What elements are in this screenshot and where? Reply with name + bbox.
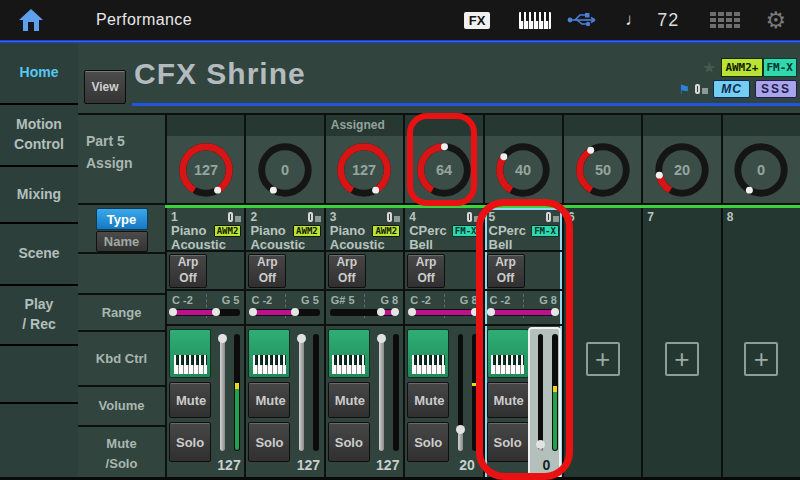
solo-button[interactable]: Solo bbox=[487, 422, 529, 462]
part-column-5[interactable]: 5 CPerc FM-X Bell Arp Off C -2 G 8 Mute bbox=[485, 208, 564, 480]
part-number: 7 bbox=[647, 210, 654, 224]
level-meter bbox=[472, 334, 478, 451]
kbd-ctrl-button[interactable] bbox=[407, 329, 449, 378]
part-column-8[interactable]: 8 + bbox=[723, 208, 800, 480]
volume-fader[interactable] bbox=[299, 334, 304, 451]
range-slider[interactable] bbox=[409, 309, 478, 316]
arp-off-button[interactable]: Arp Off bbox=[487, 254, 525, 288]
sidebar-item-scene[interactable]: Scene bbox=[0, 224, 78, 286]
kbd-ctrl-button[interactable] bbox=[487, 329, 529, 378]
fader-handle[interactable] bbox=[218, 334, 227, 343]
sidebar-item-motion-control[interactable]: Motion Control bbox=[0, 105, 78, 167]
settings-gear-icon[interactable]: ⚙ bbox=[765, 9, 786, 32]
range-slider[interactable] bbox=[489, 309, 558, 316]
volume-fader[interactable] bbox=[538, 334, 543, 451]
arp-off-button[interactable]: Arp Off bbox=[169, 254, 207, 288]
volume-fader[interactable] bbox=[458, 334, 463, 451]
assign-knob-7[interactable]: 20 bbox=[643, 136, 720, 203]
range-low-handle[interactable] bbox=[487, 308, 495, 316]
range-low-handle[interactable] bbox=[377, 308, 385, 316]
note-range-cell[interactable]: C -2 G 5 bbox=[167, 291, 244, 326]
mute-button[interactable]: Mute bbox=[328, 382, 370, 418]
range-low-handle[interactable] bbox=[249, 308, 257, 316]
fader-handle[interactable] bbox=[536, 440, 545, 449]
part-column-1[interactable]: 1 Piano AWM2 Acoustic Arp Off C -2 G 5 M… bbox=[167, 208, 246, 480]
favorite-star-icon[interactable]: ★ bbox=[702, 60, 716, 76]
range-low-handle[interactable] bbox=[408, 308, 416, 316]
part-header[interactable]: 8 bbox=[723, 208, 800, 252]
mute-button[interactable]: Mute bbox=[487, 382, 529, 418]
add-part-button[interactable]: + bbox=[665, 342, 699, 376]
kbd-ctrl-row-label: Kbd Ctrl bbox=[78, 332, 165, 387]
range-high-handle[interactable] bbox=[551, 308, 559, 316]
keyboard-icon[interactable] bbox=[519, 12, 551, 29]
note-range-cell[interactable]: C -2 G 5 bbox=[246, 291, 323, 326]
part-header[interactable]: 2 Piano AWM2 Acoustic bbox=[246, 208, 323, 252]
volume-fader[interactable] bbox=[220, 334, 225, 451]
fader-handle[interactable] bbox=[377, 334, 386, 343]
assign-knob-3[interactable]: 127 bbox=[326, 136, 403, 203]
view-button[interactable]: View bbox=[84, 70, 126, 104]
range-slider[interactable] bbox=[171, 309, 240, 316]
note-range-cell[interactable]: G# 5 G 8 bbox=[326, 291, 403, 326]
assign-row-label: Part 5 Assign bbox=[78, 115, 165, 203]
range-high-handle[interactable] bbox=[471, 308, 479, 316]
range-high-handle[interactable] bbox=[391, 308, 399, 316]
add-part-button[interactable]: + bbox=[586, 342, 620, 376]
arp-off-button[interactable]: Arp Off bbox=[407, 254, 445, 288]
part-header[interactable]: 3 Piano AWM2 Acoustic bbox=[326, 208, 403, 252]
utility-grid-icon[interactable] bbox=[710, 12, 740, 28]
sidebar-item-home[interactable]: Home bbox=[0, 43, 78, 105]
kbd-ctrl-button[interactable] bbox=[248, 329, 290, 378]
solo-button[interactable]: Solo bbox=[328, 422, 370, 462]
fader-handle[interactable] bbox=[297, 334, 306, 343]
home-icon[interactable] bbox=[16, 7, 46, 33]
note-range-cell[interactable]: C -2 G 8 bbox=[485, 291, 562, 326]
part-header[interactable]: 4 CPerc FM-X Bell bbox=[405, 208, 482, 252]
part-name-line1: Piano bbox=[250, 224, 285, 238]
solo-button[interactable]: Solo bbox=[407, 422, 449, 462]
part-header[interactable]: 7 bbox=[643, 208, 720, 252]
assign-knob-5[interactable]: 40 bbox=[485, 136, 562, 203]
volume-fader[interactable] bbox=[379, 334, 384, 451]
part-column-3[interactable]: 3 Piano AWM2 Acoustic Arp Off G# 5 G 8 M… bbox=[326, 208, 405, 480]
part-column-2[interactable]: 2 Piano AWM2 Acoustic Arp Off C -2 G 5 M… bbox=[246, 208, 325, 480]
piano-keys-icon bbox=[174, 355, 207, 374]
assign-knob-1[interactable]: 127 bbox=[167, 136, 244, 203]
mute-button[interactable]: Mute bbox=[169, 382, 211, 418]
arp-off-button[interactable]: Arp Off bbox=[248, 254, 286, 288]
part-column-6[interactable]: 6 + bbox=[564, 208, 643, 480]
add-part-button[interactable]: + bbox=[744, 342, 778, 376]
type-button[interactable]: Type bbox=[96, 208, 148, 230]
part-header[interactable]: 5 CPerc FM-X Bell bbox=[485, 208, 562, 252]
kbd-ctrl-button[interactable] bbox=[169, 329, 211, 378]
assign-knob-4[interactable]: 64 bbox=[405, 136, 482, 203]
solo-button[interactable]: Solo bbox=[248, 422, 290, 462]
performance-name[interactable]: CFX Shrine bbox=[134, 57, 306, 91]
sidebar-item-play-rec[interactable]: Play / Rec bbox=[0, 286, 78, 346]
range-slider[interactable] bbox=[330, 309, 399, 316]
arp-off-button[interactable]: Arp Off bbox=[328, 254, 366, 288]
assign-knob-8[interactable]: 0 bbox=[723, 136, 800, 203]
range-high-handle[interactable] bbox=[212, 308, 220, 316]
fader-handle[interactable] bbox=[456, 425, 465, 434]
tempo-value[interactable]: 72 bbox=[657, 10, 679, 31]
solo-button[interactable]: Solo bbox=[169, 422, 211, 462]
kbd-ctrl-button[interactable] bbox=[328, 329, 370, 378]
sidebar-item-mixing[interactable]: Mixing bbox=[0, 167, 78, 224]
range-high-handle[interactable] bbox=[291, 308, 299, 316]
mute-button[interactable]: Mute bbox=[248, 382, 290, 418]
part-column-4[interactable]: 4 CPerc FM-X Bell Arp Off C -2 G 8 Mute bbox=[405, 208, 484, 480]
assign-knob-6[interactable]: 50 bbox=[564, 136, 641, 203]
name-button[interactable]: Name bbox=[96, 231, 148, 252]
part-column-7[interactable]: 7 + bbox=[643, 208, 722, 480]
part-header[interactable]: 6 bbox=[564, 208, 641, 252]
range-low-note: C -2 bbox=[172, 294, 193, 306]
fx-indicator[interactable]: FX bbox=[464, 12, 491, 29]
range-slider[interactable] bbox=[250, 309, 319, 316]
part-header[interactable]: 1 Piano AWM2 Acoustic bbox=[167, 208, 244, 252]
note-range-cell[interactable]: C -2 G 8 bbox=[405, 291, 482, 326]
part-engine-badge: FM-X bbox=[531, 225, 559, 237]
mute-button[interactable]: Mute bbox=[407, 382, 449, 418]
assign-knob-2[interactable]: 0 bbox=[246, 136, 323, 203]
